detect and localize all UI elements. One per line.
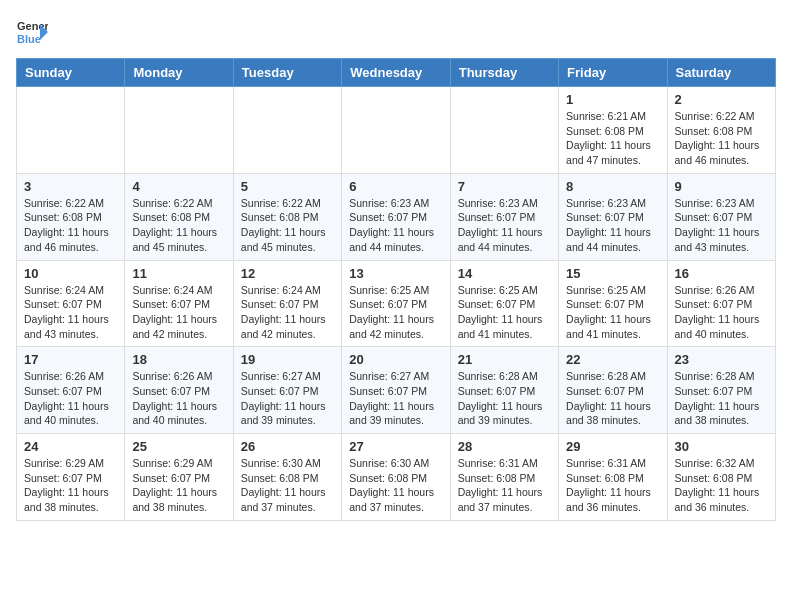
calendar-cell: 18Sunrise: 6:26 AM Sunset: 6:07 PM Dayli… bbox=[125, 347, 233, 434]
day-info: Sunrise: 6:22 AM Sunset: 6:08 PM Dayligh… bbox=[675, 109, 768, 168]
calendar-row-3: 17Sunrise: 6:26 AM Sunset: 6:07 PM Dayli… bbox=[17, 347, 776, 434]
day-number: 17 bbox=[24, 352, 117, 367]
day-info: Sunrise: 6:23 AM Sunset: 6:07 PM Dayligh… bbox=[458, 196, 551, 255]
calendar-cell: 4Sunrise: 6:22 AM Sunset: 6:08 PM Daylig… bbox=[125, 173, 233, 260]
calendar-cell: 25Sunrise: 6:29 AM Sunset: 6:07 PM Dayli… bbox=[125, 434, 233, 521]
day-info: Sunrise: 6:26 AM Sunset: 6:07 PM Dayligh… bbox=[675, 283, 768, 342]
calendar-cell bbox=[125, 87, 233, 174]
calendar-cell: 23Sunrise: 6:28 AM Sunset: 6:07 PM Dayli… bbox=[667, 347, 775, 434]
day-number: 24 bbox=[24, 439, 117, 454]
day-number: 23 bbox=[675, 352, 768, 367]
calendar-cell bbox=[342, 87, 450, 174]
logo-wordmark: General Blue bbox=[16, 16, 48, 48]
day-info: Sunrise: 6:25 AM Sunset: 6:07 PM Dayligh… bbox=[566, 283, 659, 342]
svg-text:Blue: Blue bbox=[17, 33, 41, 45]
weekday-header-thursday: Thursday bbox=[450, 59, 558, 87]
calendar-cell bbox=[17, 87, 125, 174]
day-number: 7 bbox=[458, 179, 551, 194]
calendar-cell: 22Sunrise: 6:28 AM Sunset: 6:07 PM Dayli… bbox=[559, 347, 667, 434]
day-number: 12 bbox=[241, 266, 334, 281]
day-number: 25 bbox=[132, 439, 225, 454]
day-number: 11 bbox=[132, 266, 225, 281]
day-number: 3 bbox=[24, 179, 117, 194]
day-number: 18 bbox=[132, 352, 225, 367]
calendar-row-4: 24Sunrise: 6:29 AM Sunset: 6:07 PM Dayli… bbox=[17, 434, 776, 521]
day-info: Sunrise: 6:22 AM Sunset: 6:08 PM Dayligh… bbox=[24, 196, 117, 255]
calendar-cell bbox=[450, 87, 558, 174]
day-number: 6 bbox=[349, 179, 442, 194]
calendar-cell: 20Sunrise: 6:27 AM Sunset: 6:07 PM Dayli… bbox=[342, 347, 450, 434]
day-info: Sunrise: 6:24 AM Sunset: 6:07 PM Dayligh… bbox=[241, 283, 334, 342]
day-number: 19 bbox=[241, 352, 334, 367]
calendar-cell bbox=[233, 87, 341, 174]
day-number: 13 bbox=[349, 266, 442, 281]
day-info: Sunrise: 6:24 AM Sunset: 6:07 PM Dayligh… bbox=[132, 283, 225, 342]
day-info: Sunrise: 6:32 AM Sunset: 6:08 PM Dayligh… bbox=[675, 456, 768, 515]
weekday-header-saturday: Saturday bbox=[667, 59, 775, 87]
day-info: Sunrise: 6:25 AM Sunset: 6:07 PM Dayligh… bbox=[349, 283, 442, 342]
day-number: 4 bbox=[132, 179, 225, 194]
day-number: 30 bbox=[675, 439, 768, 454]
day-number: 10 bbox=[24, 266, 117, 281]
day-info: Sunrise: 6:27 AM Sunset: 6:07 PM Dayligh… bbox=[349, 369, 442, 428]
day-number: 28 bbox=[458, 439, 551, 454]
day-info: Sunrise: 6:26 AM Sunset: 6:07 PM Dayligh… bbox=[132, 369, 225, 428]
day-info: Sunrise: 6:31 AM Sunset: 6:08 PM Dayligh… bbox=[566, 456, 659, 515]
day-number: 5 bbox=[241, 179, 334, 194]
calendar-cell: 13Sunrise: 6:25 AM Sunset: 6:07 PM Dayli… bbox=[342, 260, 450, 347]
day-number: 27 bbox=[349, 439, 442, 454]
calendar-cell: 28Sunrise: 6:31 AM Sunset: 6:08 PM Dayli… bbox=[450, 434, 558, 521]
calendar-cell: 8Sunrise: 6:23 AM Sunset: 6:07 PM Daylig… bbox=[559, 173, 667, 260]
day-number: 22 bbox=[566, 352, 659, 367]
calendar-cell: 11Sunrise: 6:24 AM Sunset: 6:07 PM Dayli… bbox=[125, 260, 233, 347]
weekday-header-row: SundayMondayTuesdayWednesdayThursdayFrid… bbox=[17, 59, 776, 87]
day-number: 1 bbox=[566, 92, 659, 107]
calendar-cell: 6Sunrise: 6:23 AM Sunset: 6:07 PM Daylig… bbox=[342, 173, 450, 260]
calendar-cell: 24Sunrise: 6:29 AM Sunset: 6:07 PM Dayli… bbox=[17, 434, 125, 521]
weekday-header-monday: Monday bbox=[125, 59, 233, 87]
day-info: Sunrise: 6:22 AM Sunset: 6:08 PM Dayligh… bbox=[132, 196, 225, 255]
day-info: Sunrise: 6:28 AM Sunset: 6:07 PM Dayligh… bbox=[675, 369, 768, 428]
day-info: Sunrise: 6:22 AM Sunset: 6:08 PM Dayligh… bbox=[241, 196, 334, 255]
calendar-cell: 27Sunrise: 6:30 AM Sunset: 6:08 PM Dayli… bbox=[342, 434, 450, 521]
calendar-cell: 21Sunrise: 6:28 AM Sunset: 6:07 PM Dayli… bbox=[450, 347, 558, 434]
calendar-cell: 26Sunrise: 6:30 AM Sunset: 6:08 PM Dayli… bbox=[233, 434, 341, 521]
calendar-cell: 12Sunrise: 6:24 AM Sunset: 6:07 PM Dayli… bbox=[233, 260, 341, 347]
day-info: Sunrise: 6:31 AM Sunset: 6:08 PM Dayligh… bbox=[458, 456, 551, 515]
weekday-header-friday: Friday bbox=[559, 59, 667, 87]
day-number: 8 bbox=[566, 179, 659, 194]
calendar-cell: 19Sunrise: 6:27 AM Sunset: 6:07 PM Dayli… bbox=[233, 347, 341, 434]
weekday-header-wednesday: Wednesday bbox=[342, 59, 450, 87]
calendar-cell: 29Sunrise: 6:31 AM Sunset: 6:08 PM Dayli… bbox=[559, 434, 667, 521]
day-number: 9 bbox=[675, 179, 768, 194]
logo: General Blue bbox=[16, 16, 48, 48]
calendar-row-2: 10Sunrise: 6:24 AM Sunset: 6:07 PM Dayli… bbox=[17, 260, 776, 347]
calendar-cell: 9Sunrise: 6:23 AM Sunset: 6:07 PM Daylig… bbox=[667, 173, 775, 260]
day-number: 2 bbox=[675, 92, 768, 107]
day-info: Sunrise: 6:24 AM Sunset: 6:07 PM Dayligh… bbox=[24, 283, 117, 342]
calendar-cell: 1Sunrise: 6:21 AM Sunset: 6:08 PM Daylig… bbox=[559, 87, 667, 174]
day-info: Sunrise: 6:26 AM Sunset: 6:07 PM Dayligh… bbox=[24, 369, 117, 428]
calendar-cell: 2Sunrise: 6:22 AM Sunset: 6:08 PM Daylig… bbox=[667, 87, 775, 174]
calendar-cell: 10Sunrise: 6:24 AM Sunset: 6:07 PM Dayli… bbox=[17, 260, 125, 347]
day-info: Sunrise: 6:30 AM Sunset: 6:08 PM Dayligh… bbox=[349, 456, 442, 515]
day-info: Sunrise: 6:25 AM Sunset: 6:07 PM Dayligh… bbox=[458, 283, 551, 342]
weekday-header-sunday: Sunday bbox=[17, 59, 125, 87]
calendar-row-1: 3Sunrise: 6:22 AM Sunset: 6:08 PM Daylig… bbox=[17, 173, 776, 260]
day-info: Sunrise: 6:29 AM Sunset: 6:07 PM Dayligh… bbox=[24, 456, 117, 515]
day-info: Sunrise: 6:21 AM Sunset: 6:08 PM Dayligh… bbox=[566, 109, 659, 168]
calendar-cell: 17Sunrise: 6:26 AM Sunset: 6:07 PM Dayli… bbox=[17, 347, 125, 434]
day-info: Sunrise: 6:28 AM Sunset: 6:07 PM Dayligh… bbox=[458, 369, 551, 428]
calendar-cell: 15Sunrise: 6:25 AM Sunset: 6:07 PM Dayli… bbox=[559, 260, 667, 347]
day-info: Sunrise: 6:23 AM Sunset: 6:07 PM Dayligh… bbox=[675, 196, 768, 255]
calendar-cell: 16Sunrise: 6:26 AM Sunset: 6:07 PM Dayli… bbox=[667, 260, 775, 347]
day-info: Sunrise: 6:29 AM Sunset: 6:07 PM Dayligh… bbox=[132, 456, 225, 515]
calendar-row-0: 1Sunrise: 6:21 AM Sunset: 6:08 PM Daylig… bbox=[17, 87, 776, 174]
calendar-cell: 3Sunrise: 6:22 AM Sunset: 6:08 PM Daylig… bbox=[17, 173, 125, 260]
page-header: General Blue bbox=[16, 16, 776, 48]
day-info: Sunrise: 6:23 AM Sunset: 6:07 PM Dayligh… bbox=[349, 196, 442, 255]
day-info: Sunrise: 6:23 AM Sunset: 6:07 PM Dayligh… bbox=[566, 196, 659, 255]
weekday-header-tuesday: Tuesday bbox=[233, 59, 341, 87]
calendar-cell: 14Sunrise: 6:25 AM Sunset: 6:07 PM Dayli… bbox=[450, 260, 558, 347]
calendar-table: SundayMondayTuesdayWednesdayThursdayFrid… bbox=[16, 58, 776, 521]
